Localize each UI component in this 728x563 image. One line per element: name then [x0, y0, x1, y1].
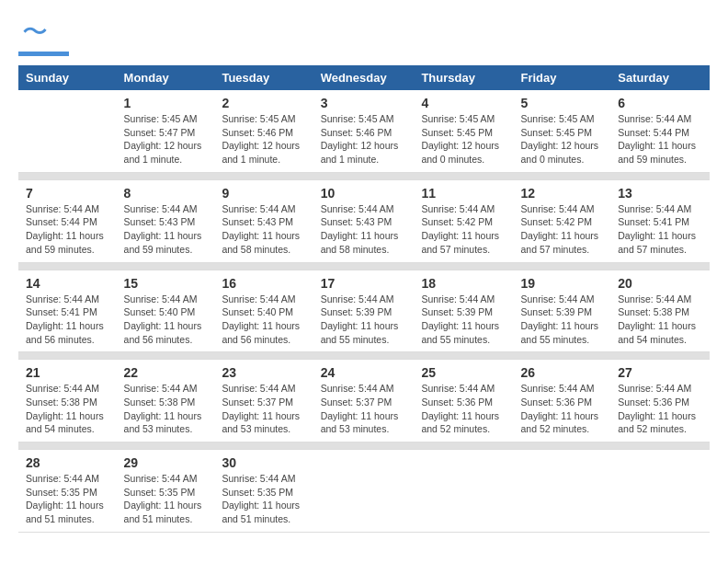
- day-number: 28: [26, 455, 109, 470]
- day-cell: 13Sunrise: 5:44 AMSunset: 5:41 PMDayligh…: [610, 179, 710, 262]
- day-info: Sunrise: 5:44 AMSunset: 5:36 PMDaylight:…: [520, 382, 603, 436]
- day-cell: 25Sunrise: 5:44 AMSunset: 5:36 PMDayligh…: [414, 360, 513, 442]
- day-info: Sunrise: 5:44 AMSunset: 5:43 PMDaylight:…: [124, 202, 208, 257]
- day-info: Sunrise: 5:44 AMSunset: 5:41 PMDaylight:…: [26, 293, 109, 347]
- day-number: 14: [26, 276, 109, 291]
- day-number: 23: [222, 365, 305, 380]
- row-separator: [18, 442, 710, 450]
- day-number: 9: [222, 186, 305, 201]
- day-cell: 28Sunrise: 5:44 AMSunset: 5:35 PMDayligh…: [18, 450, 117, 533]
- day-number: 10: [321, 186, 407, 201]
- day-number: 7: [26, 186, 109, 201]
- row-separator: [18, 172, 710, 179]
- day-info: Sunrise: 5:45 AMSunset: 5:47 PMDaylight:…: [124, 112, 208, 167]
- day-info: Sunrise: 5:44 AMSunset: 5:36 PMDaylight:…: [421, 382, 506, 436]
- day-number: 1: [124, 96, 208, 110]
- week-row-4: 21Sunrise: 5:44 AMSunset: 5:38 PMDayligh…: [18, 360, 710, 442]
- day-cell: 21Sunrise: 5:44 AMSunset: 5:38 PMDayligh…: [18, 360, 117, 442]
- day-number: 8: [124, 186, 208, 201]
- day-info: Sunrise: 5:44 AMSunset: 5:40 PMDaylight:…: [124, 293, 208, 347]
- day-cell: 10Sunrise: 5:44 AMSunset: 5:43 PMDayligh…: [313, 179, 415, 262]
- col-header-saturday: Saturday: [610, 65, 710, 90]
- day-info: Sunrise: 5:44 AMSunset: 5:42 PMDaylight:…: [520, 202, 603, 257]
- day-number: 11: [421, 186, 506, 201]
- day-cell: 24Sunrise: 5:44 AMSunset: 5:37 PMDayligh…: [313, 360, 415, 442]
- day-number: 4: [421, 96, 506, 110]
- day-info: Sunrise: 5:45 AMSunset: 5:45 PMDaylight:…: [520, 112, 603, 167]
- day-info: Sunrise: 5:44 AMSunset: 5:35 PMDaylight:…: [124, 472, 208, 526]
- col-header-wednesday: Wednesday: [313, 65, 415, 90]
- day-number: 3: [321, 96, 407, 110]
- row-separator: [18, 262, 710, 270]
- header-row: SundayMondayTuesdayWednesdayThursdayFrid…: [18, 65, 710, 90]
- day-cell: 17Sunrise: 5:44 AMSunset: 5:39 PMDayligh…: [313, 270, 415, 352]
- row-separator: [18, 352, 710, 360]
- day-cell: 9Sunrise: 5:44 AMSunset: 5:43 PMDaylight…: [214, 179, 313, 262]
- day-cell: 11Sunrise: 5:44 AMSunset: 5:42 PMDayligh…: [414, 179, 513, 262]
- day-cell: 29Sunrise: 5:44 AMSunset: 5:35 PMDayligh…: [117, 450, 215, 533]
- day-cell: 2Sunrise: 5:45 AMSunset: 5:46 PMDaylight…: [214, 90, 313, 172]
- day-info: Sunrise: 5:44 AMSunset: 5:44 PMDaylight:…: [618, 112, 702, 167]
- day-info: Sunrise: 5:44 AMSunset: 5:44 PMDaylight:…: [26, 202, 109, 257]
- day-info: Sunrise: 5:44 AMSunset: 5:38 PMDaylight:…: [124, 382, 208, 436]
- day-number: 2: [222, 96, 305, 110]
- day-number: 6: [618, 96, 702, 110]
- day-number: 16: [222, 276, 305, 291]
- day-cell: 5Sunrise: 5:45 AMSunset: 5:45 PMDaylight…: [513, 90, 610, 172]
- day-info: Sunrise: 5:44 AMSunset: 5:43 PMDaylight:…: [222, 202, 305, 257]
- day-cell: 30Sunrise: 5:44 AMSunset: 5:35 PMDayligh…: [214, 450, 313, 533]
- day-cell: 18Sunrise: 5:44 AMSunset: 5:39 PMDayligh…: [414, 270, 513, 352]
- logo-underline: [18, 52, 69, 56]
- logo: 〜: [18, 18, 69, 56]
- day-cell: 3Sunrise: 5:45 AMSunset: 5:46 PMDaylight…: [313, 90, 415, 172]
- col-header-friday: Friday: [513, 65, 610, 90]
- day-info: Sunrise: 5:44 AMSunset: 5:35 PMDaylight:…: [26, 472, 109, 526]
- day-cell: 1Sunrise: 5:45 AMSunset: 5:47 PMDaylight…: [117, 90, 215, 172]
- day-number: 25: [421, 365, 506, 380]
- day-cell: 23Sunrise: 5:44 AMSunset: 5:37 PMDayligh…: [214, 360, 313, 442]
- page-header: 〜: [18, 18, 710, 56]
- day-number: 21: [26, 365, 109, 380]
- day-info: Sunrise: 5:44 AMSunset: 5:39 PMDaylight:…: [321, 293, 407, 347]
- day-number: 12: [520, 186, 603, 201]
- calendar-table: SundayMondayTuesdayWednesdayThursdayFrid…: [18, 65, 710, 533]
- day-cell: 4Sunrise: 5:45 AMSunset: 5:45 PMDaylight…: [414, 90, 513, 172]
- day-cell: 27Sunrise: 5:44 AMSunset: 5:36 PMDayligh…: [610, 360, 710, 442]
- day-number: 20: [618, 276, 702, 291]
- day-number: 26: [520, 365, 603, 380]
- col-header-sunday: Sunday: [18, 65, 117, 90]
- day-number: 13: [618, 186, 702, 201]
- week-row-3: 14Sunrise: 5:44 AMSunset: 5:41 PMDayligh…: [18, 270, 710, 352]
- day-info: Sunrise: 5:44 AMSunset: 5:42 PMDaylight:…: [421, 202, 506, 257]
- col-header-thursday: Thursday: [414, 65, 513, 90]
- day-info: Sunrise: 5:44 AMSunset: 5:37 PMDaylight:…: [222, 382, 305, 436]
- week-row-2: 7Sunrise: 5:44 AMSunset: 5:44 PMDaylight…: [18, 179, 710, 262]
- col-header-tuesday: Tuesday: [214, 65, 313, 90]
- day-info: Sunrise: 5:44 AMSunset: 5:36 PMDaylight:…: [618, 382, 702, 436]
- day-number: 19: [520, 276, 603, 291]
- day-cell: 15Sunrise: 5:44 AMSunset: 5:40 PMDayligh…: [117, 270, 215, 352]
- week-row-5: 28Sunrise: 5:44 AMSunset: 5:35 PMDayligh…: [18, 450, 710, 533]
- day-info: Sunrise: 5:45 AMSunset: 5:45 PMDaylight:…: [421, 112, 506, 167]
- day-cell: 26Sunrise: 5:44 AMSunset: 5:36 PMDayligh…: [513, 360, 610, 442]
- day-number: 29: [124, 455, 208, 470]
- day-cell: 14Sunrise: 5:44 AMSunset: 5:41 PMDayligh…: [18, 270, 117, 352]
- day-cell: 19Sunrise: 5:44 AMSunset: 5:39 PMDayligh…: [513, 270, 610, 352]
- day-info: Sunrise: 5:44 AMSunset: 5:38 PMDaylight:…: [618, 293, 702, 347]
- day-cell: 20Sunrise: 5:44 AMSunset: 5:38 PMDayligh…: [610, 270, 710, 352]
- day-number: 30: [222, 455, 305, 470]
- day-cell: 8Sunrise: 5:44 AMSunset: 5:43 PMDaylight…: [117, 179, 215, 262]
- day-cell: [414, 450, 513, 533]
- day-info: Sunrise: 5:45 AMSunset: 5:46 PMDaylight:…: [321, 112, 407, 167]
- day-number: 17: [321, 276, 407, 291]
- day-number: 22: [124, 365, 208, 380]
- day-number: 15: [124, 276, 208, 291]
- week-row-1: 1Sunrise: 5:45 AMSunset: 5:47 PMDaylight…: [18, 90, 710, 172]
- day-info: Sunrise: 5:45 AMSunset: 5:46 PMDaylight:…: [222, 112, 305, 167]
- day-cell: [18, 90, 117, 172]
- logo-wave-icon: 〜: [22, 15, 48, 50]
- day-info: Sunrise: 5:44 AMSunset: 5:39 PMDaylight:…: [520, 293, 603, 347]
- day-cell: 7Sunrise: 5:44 AMSunset: 5:44 PMDaylight…: [18, 179, 117, 262]
- day-number: 24: [321, 365, 407, 380]
- day-info: Sunrise: 5:44 AMSunset: 5:37 PMDaylight:…: [321, 382, 407, 436]
